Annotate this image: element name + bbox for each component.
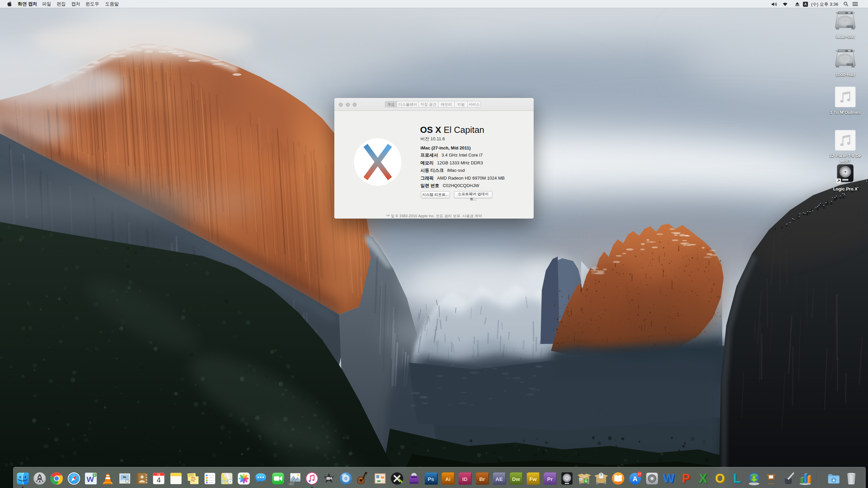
svg-text:P: P: [682, 471, 690, 485]
svg-text:3월: 3월: [157, 473, 160, 475]
svg-text:X: X: [699, 471, 707, 485]
svg-text:W: W: [663, 471, 675, 485]
svg-text:27: 27: [638, 472, 641, 476]
svg-text:A: A: [633, 475, 638, 483]
svg-text:ID: ID: [462, 476, 468, 482]
svg-text:Ai: Ai: [445, 476, 451, 482]
svg-text:Ps: Ps: [428, 476, 434, 482]
svg-text:Dw: Dw: [512, 476, 520, 482]
svg-text:L: L: [733, 471, 741, 485]
svg-text:4: 4: [157, 476, 161, 484]
svg-text:Fw: Fw: [529, 476, 537, 482]
svg-text:Pr: Pr: [547, 476, 553, 482]
svg-text:O: O: [715, 471, 725, 485]
svg-text:3D: 3D: [229, 481, 232, 483]
svg-text:AE: AE: [495, 476, 503, 482]
svg-text:G: G: [585, 479, 588, 483]
svg-text:Br: Br: [479, 476, 485, 482]
